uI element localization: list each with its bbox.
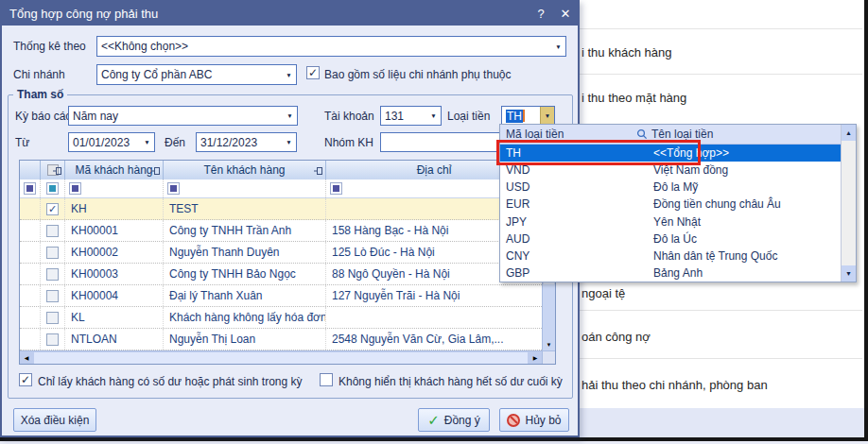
- row-checkbox-cell[interactable]: ✓: [41, 285, 65, 306]
- khong-hien-thi-checkbox[interactable]: ✓: [320, 373, 333, 386]
- thong-ke-theo-value: <<Không chọn>>: [97, 40, 551, 53]
- filter-cell[interactable]: [41, 179, 65, 197]
- help-button[interactable]: ?: [529, 7, 553, 21]
- customer-row[interactable]: ✓ KH00002 Nguyễn Thanh Duyên 125 Lò Đúc …: [20, 242, 542, 264]
- customer-row[interactable]: ✓ KL Khách hàng không lấy hóa đơn: [20, 307, 542, 329]
- currency-option[interactable]: EUR Đồng tiền chung châu Âu: [500, 196, 841, 213]
- dropdown-scrollbar[interactable]: ▲ ▼: [841, 125, 856, 282]
- dialog-titlebar: Tổng hợp công nợ phải thu ? ✕: [2, 2, 578, 26]
- row-checkbox[interactable]: ✓: [46, 290, 59, 302]
- chevron-down-icon[interactable]: ▼: [540, 107, 554, 125]
- filter-icon[interactable]: [24, 182, 36, 195]
- row-checkbox[interactable]: ✓: [46, 225, 59, 237]
- column-title: Tên khách hàng: [203, 163, 285, 177]
- filter-icon[interactable]: [46, 182, 59, 195]
- close-button[interactable]: ✕: [553, 7, 578, 21]
- currency-option[interactable]: CNY Nhân dân tệ Trung Quốc: [500, 248, 841, 265]
- customer-code: NTLOAN: [65, 329, 164, 350]
- scroll-up-icon[interactable]: ▲: [842, 125, 856, 141]
- report-list-item[interactable]: ngoại tệ: [582, 286, 625, 300]
- pin-icon[interactable]: [314, 165, 323, 179]
- row-checkbox[interactable]: ✓: [46, 333, 59, 346]
- currency-option[interactable]: JPY Yên Nhật: [500, 213, 841, 231]
- report-list-item[interactable]: oán công nợ: [582, 330, 651, 344]
- list-separator: [577, 28, 862, 29]
- loai-tien-select[interactable]: TH ▼: [501, 106, 555, 126]
- den-date-picker[interactable]: 31/12/2023 ▼: [196, 132, 297, 152]
- bao-gom-checkbox[interactable]: ✓: [306, 66, 320, 79]
- currency-code: CNY: [500, 249, 636, 263]
- chi-lay-khach-hang-checkbox[interactable]: ✓: [19, 373, 32, 386]
- row-checkbox[interactable]: ✓: [46, 203, 59, 215]
- currency-name: Nhân dân tệ Trung Quốc: [636, 249, 841, 263]
- den-label: Đến: [165, 136, 185, 149]
- report-list-item[interactable]: i thu khách hàng: [582, 45, 671, 60]
- scroll-down-icon[interactable]: ▼: [543, 338, 555, 350]
- filter-icon[interactable]: [330, 182, 342, 195]
- list-separator: [577, 310, 862, 311]
- currency-option[interactable]: AUD Đô la Úc: [500, 231, 841, 248]
- currency-name-column-header[interactable]: Tên loại tiền: [636, 128, 841, 141]
- column-header-ma-khach-hang[interactable]: Mã khách hàng: [65, 161, 164, 179]
- currency-name-column-title: Tên loại tiền: [651, 128, 713, 141]
- tu-date-picker[interactable]: 01/01/2023 ▼: [68, 132, 155, 152]
- filter-cell[interactable]: [20, 179, 41, 197]
- currency-option[interactable]: USD Đô la Mỹ: [500, 179, 841, 196]
- row-checkbox-cell[interactable]: ✓: [41, 220, 65, 241]
- clear-conditions-button[interactable]: Xóa điều kiện: [13, 408, 96, 432]
- filter-cell[interactable]: [65, 179, 164, 197]
- report-list-item[interactable]: i thu theo mặt hàng: [582, 91, 686, 105]
- horizontal-scrollbar[interactable]: ◀ ▶: [20, 350, 542, 364]
- list-separator: [577, 74, 862, 75]
- chi-nhanh-select[interactable]: Công ty Cổ phần ABC ▼: [96, 64, 297, 85]
- customer-row[interactable]: ✓ NTLOAN Nguyễn Thị Loan 2548 Nguyễn Văn…: [20, 329, 542, 350]
- scroll-left-icon[interactable]: ◀: [20, 354, 33, 361]
- customer-address: [326, 307, 542, 328]
- filter-icon[interactable]: [167, 182, 180, 195]
- ok-label: Đồng ý: [444, 414, 480, 427]
- customer-code: KH00002: [65, 242, 164, 263]
- tai-khoan-select[interactable]: 131 ▼: [380, 106, 442, 126]
- row-checkbox-cell[interactable]: ✓: [41, 329, 65, 350]
- chevron-down-icon: ▼: [426, 112, 441, 119]
- scroll-right-icon[interactable]: ▶: [529, 354, 542, 361]
- customer-table-filter-row: [20, 179, 542, 198]
- row-checkbox-cell[interactable]: ✓: [41, 198, 65, 219]
- thong-ke-theo-select[interactable]: <<Không chọn>> ▼: [96, 36, 566, 57]
- customer-row[interactable]: ✓ KH00004 Đại lý Thanh Xuân 127 Nguyễn T…: [20, 285, 542, 307]
- select-all-header[interactable]: [41, 161, 65, 179]
- currency-code: JPY: [500, 215, 636, 229]
- row-checkbox-cell[interactable]: ✓: [41, 242, 65, 263]
- chevron-down-icon: ▼: [283, 112, 297, 119]
- scroll-down-icon[interactable]: ▼: [842, 265, 856, 282]
- currency-code-column-header[interactable]: Mã loại tiền: [500, 128, 636, 141]
- ky-bao-cao-select[interactable]: Năm nay ▼: [68, 106, 298, 126]
- customer-name: Công ty TNHH Trần Anh: [164, 220, 326, 241]
- currency-code: VND: [500, 163, 636, 177]
- currency-option[interactable]: TH <<Tổng hợp>>: [500, 145, 841, 162]
- customer-row[interactable]: ✓ KH00003 Công ty TNHH Bảo Ngọc 88 Ngô Q…: [20, 264, 542, 285]
- loai-tien-selected-text: TH: [506, 110, 523, 123]
- pin-icon[interactable]: [53, 165, 62, 179]
- filter-icon[interactable]: [69, 182, 81, 195]
- currency-option[interactable]: VND Việt Nam đồng: [500, 162, 841, 179]
- scrollbar-thumb[interactable]: [34, 352, 528, 364]
- currency-option[interactable]: GBP Bảng Anh: [500, 265, 841, 282]
- row-checkbox-cell[interactable]: ✓: [41, 307, 65, 328]
- row-checkbox[interactable]: ✓: [46, 247, 59, 259]
- cancel-button[interactable]: Hủy bỏ: [499, 408, 569, 432]
- column-header-ten-khach-hang[interactable]: Tên khách hàng: [164, 161, 326, 179]
- filter-cell[interactable]: [164, 179, 326, 197]
- bao-gom-label: Bao gồm số liệu chi nhánh phụ thuộc: [324, 68, 511, 81]
- row-checkbox[interactable]: ✓: [46, 312, 59, 324]
- column-title: Địa chỉ: [417, 163, 452, 177]
- customer-row[interactable]: ✓ KH TEST: [20, 198, 542, 220]
- row-checkbox[interactable]: ✓: [46, 268, 59, 281]
- customer-name: Nguyễn Thanh Duyên: [164, 242, 326, 263]
- row-indicator-cell: [20, 264, 41, 284]
- pin-icon[interactable]: [151, 165, 161, 179]
- report-list-item[interactable]: hải thu theo chi nhánh, phòng ban: [582, 378, 768, 392]
- customer-row[interactable]: ✓ KH00001 Công ty TNHH Trần Anh 158 Hàng…: [20, 220, 542, 242]
- row-checkbox-cell[interactable]: ✓: [41, 264, 65, 284]
- ok-button[interactable]: ✓ Đồng ý: [418, 408, 490, 432]
